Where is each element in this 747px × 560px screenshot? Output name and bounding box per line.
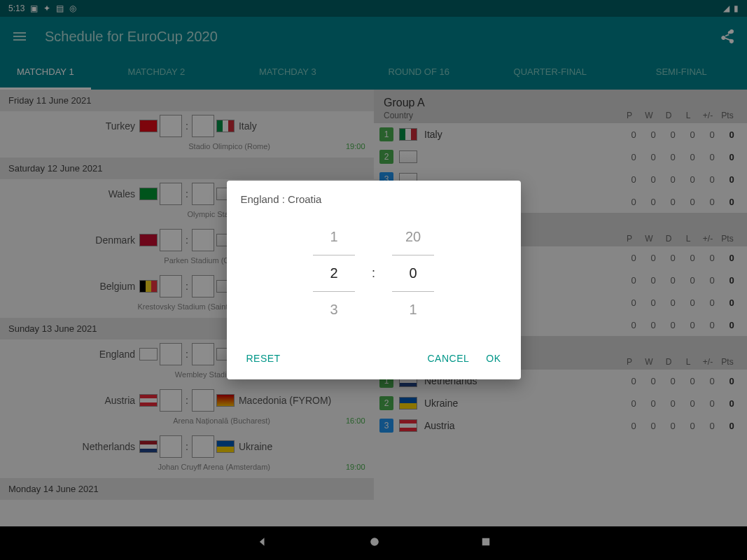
score-separator: : (372, 266, 375, 281)
reset-button[interactable]: RESET (238, 347, 289, 370)
picker-selected[interactable]: 0 (392, 255, 434, 292)
cancel-button[interactable]: CANCEL (419, 347, 477, 370)
ok-button[interactable]: OK (477, 347, 509, 370)
dialog-overlay[interactable]: England : Croatia 1 2 3 : 20 0 1 RESET C… (0, 0, 747, 560)
picker-selected[interactable]: 2 (313, 255, 355, 292)
picker-prev[interactable]: 20 (392, 219, 434, 255)
picker-next[interactable]: 3 (313, 292, 355, 328)
away-score-picker[interactable]: 20 0 1 (392, 219, 434, 328)
score-dialog: England : Croatia 1 2 3 : 20 0 1 RESET C… (227, 181, 521, 379)
dialog-title: England : Croatia (227, 181, 521, 211)
home-score-picker[interactable]: 1 2 3 (313, 219, 355, 328)
picker-next[interactable]: 1 (392, 292, 434, 328)
picker-prev[interactable]: 1 (313, 219, 355, 255)
